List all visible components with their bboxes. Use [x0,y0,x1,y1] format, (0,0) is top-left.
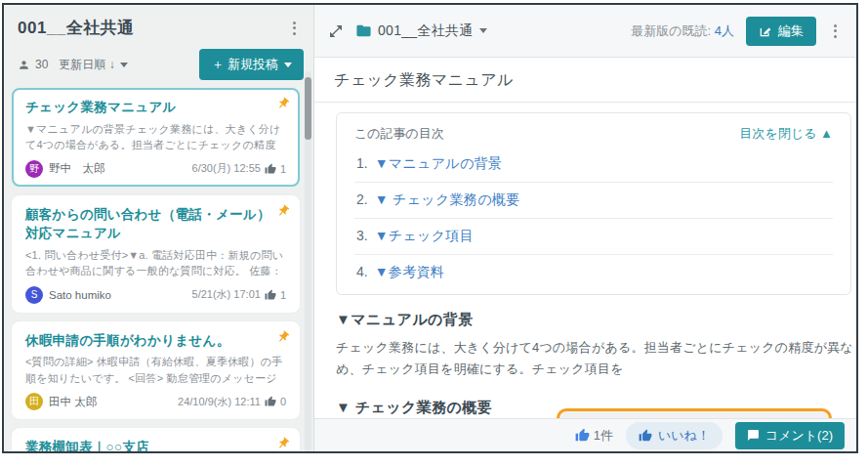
article-card[interactable]: 休暇申請の手順がわかりません。 <質問の詳細> 休暇申請（有給休暇、夏季休暇）の… [12,321,300,420]
article-list: チェック業務マニュアル ▼マニュアルの背景チェック業務には、大きく分けて4つの場… [4,88,313,453]
edit-button[interactable]: 編集 [746,17,816,46]
sort-select[interactable]: 更新日順 ↓ [59,57,114,73]
pin-icon [276,437,290,450]
avatar: 田 [25,393,43,410]
toc-header: この記事の目次 [354,125,740,143]
section-heading: ▼マニュアルの背景 [336,311,851,329]
sidebar-scrollbar-thumb[interactable] [305,77,311,140]
comment-button[interactable]: コメント(2) [735,422,845,449]
card-like-count: 0 [280,396,286,407]
toc-close-button[interactable]: 目次を閉じる ▲ [740,125,833,143]
card-preview: <質問の詳細> 休暇申請（有給休暇、夏季休暇）の手順を知りたいです。 <回答> … [25,354,286,386]
card-preview: ▼マニュアルの背景チェック業務には、大きく分けて4つの場合がある。担当者ごとにチ… [25,121,286,153]
thumbs-up-icon [265,163,276,175]
read-status[interactable]: 最新版の既読: 4人 [631,22,734,40]
member-count: 30 [35,58,48,71]
sort-caret-icon[interactable] [120,63,128,67]
card-author: Sato humiko [49,289,192,301]
edit-icon [759,24,772,38]
card-author: 田中 太郎 [49,395,178,409]
article-title: チェック業務マニュアル [314,58,856,103]
toc-item[interactable]: 1. ▼マニュアルの背景 [354,147,833,183]
pin-icon [276,330,290,344]
new-post-caret-icon [284,63,292,67]
thumbs-up-icon [575,428,590,443]
article-topbar: 001__全社共通 最新版の既読: 4人 編集 [314,5,856,58]
thumbs-up-icon [265,396,276,407]
expand-icon[interactable] [328,23,344,39]
card-like-count: 1 [280,163,286,175]
folder-breadcrumb-label: 001__全社共通 [378,22,474,40]
card-author: 野中 太郎 [49,161,192,176]
folder-icon [355,22,372,39]
board-title: 001__全社共通 [18,17,287,39]
toc-link[interactable]: ▼マニュアルの背景 [375,155,503,173]
board-kebab-menu-icon[interactable] [287,18,302,39]
folder-breadcrumb[interactable]: 001__全社共通 [355,22,487,40]
pin-icon [276,97,290,110]
card-date: 24/10/9(水) 12:11 [178,395,261,409]
card-title: 顧客からの問い合わせ（電話・メール）対応マニュアル [25,205,286,243]
article-footer-bar: 1件 いいね！ コメント(2) [314,418,856,451]
toc-link[interactable]: ▼参考資料 [375,264,444,281]
members-icon [18,59,30,71]
toc-box: この記事の目次 目次を閉じる ▲ 1. ▼マニュアルの背景 2. ▼ チェック業… [336,112,851,295]
like-count[interactable]: 1件 [575,427,613,445]
article-card[interactable]: チェック業務マニュアル ▼マニュアルの背景チェック業務には、大きく分けて4つの場… [12,88,300,187]
avatar: 野 [25,160,43,178]
article-panel: 001__全社共通 最新版の既読: 4人 編集 チェック業務マニュアル この記事… [314,5,856,451]
like-count-label: 1件 [594,427,613,445]
card-title: 業務棚卸表｜○○支店 [25,438,286,453]
card-preview: <1. 問い合わせ受付>▼a. 電話対応田中：新規の問い合わせや商品に関する一般… [25,247,286,279]
sidebar: 001__全社共通 30 更新日順 ↓ ＋ 新規投稿 チェック業務マニュアル ▼… [4,5,314,451]
toc-link[interactable]: ▼ チェック業務の概要 [375,191,520,209]
thumbs-up-icon [265,289,276,301]
card-title: 休暇申請の手順がわかりません。 [25,331,286,351]
app-window: 001__全社共通 30 更新日順 ↓ ＋ 新規投稿 チェック業務マニュアル ▼… [2,3,858,453]
avatar: S [25,286,43,304]
card-date: 6/30(月) 12:55 [192,161,261,176]
article-kebab-menu-icon[interactable] [828,21,843,42]
pin-icon [276,204,290,218]
toc-item[interactable]: 4. ▼参考資料 [354,255,833,290]
toc-item[interactable]: 3. ▼チェック項目 [354,219,833,255]
article-content: この記事の目次 目次を閉じる ▲ 1. ▼マニュアルの背景 2. ▼ チェック業… [314,103,856,446]
section-body-line: め、チェック項目を明確にする。チェック項目を [336,359,851,379]
thumbs-up-icon [639,429,652,443]
card-title: チェック業務マニュアル [25,98,286,117]
article-card[interactable]: 業務棚卸表｜○○支店 大項目 中項目 小項目（業務） 担当者 発生頻度 業務工数… [12,428,300,453]
toc-link[interactable]: ▼チェック項目 [375,228,474,245]
like-button[interactable]: いいね！ [626,422,723,449]
section-body-line: チェック業務には、大きく分けて4つの場合がある。担当者ごとにチェックの精度が異な… [336,337,851,358]
comment-icon [747,429,760,442]
read-count: 4人 [715,23,734,38]
card-date: 5/21(水) 17:01 [192,287,261,302]
new-post-button[interactable]: ＋ 新規投稿 [199,49,304,80]
article-card[interactable]: 顧客からの問い合わせ（電話・メール）対応マニュアル <1. 問い合わせ受付>▼a… [12,195,300,313]
card-like-count: 1 [280,289,286,301]
folder-caret-icon [479,28,487,33]
toc-item[interactable]: 2. ▼ チェック業務の概要 [354,183,833,219]
